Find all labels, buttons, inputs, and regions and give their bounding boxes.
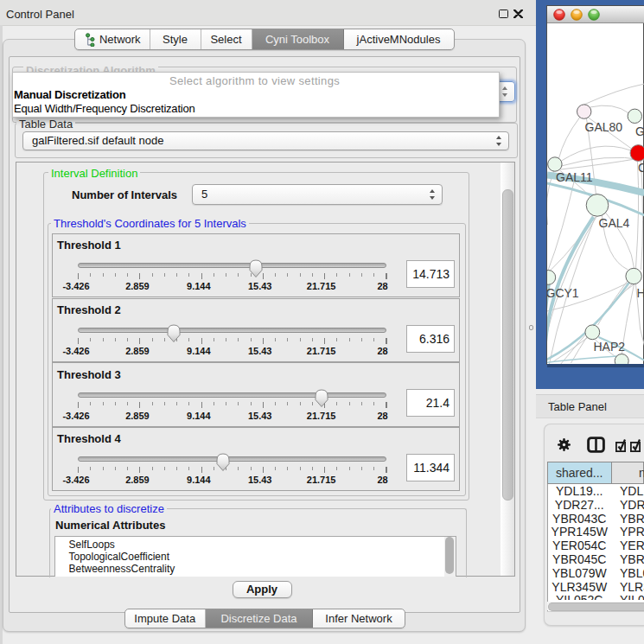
svg-text:HAP2: HAP2 bbox=[593, 340, 625, 354]
svg-text:GAL11: GAL11 bbox=[556, 170, 593, 184]
svg-text:H: H bbox=[636, 286, 644, 300]
svg-text:GAL4: GAL4 bbox=[598, 216, 629, 230]
svg-text:GCY1: GCY1 bbox=[547, 286, 579, 300]
svg-text:C: C bbox=[638, 161, 644, 175]
svg-text:GAL80: GAL80 bbox=[584, 120, 622, 134]
svg-text:GA: GA bbox=[635, 124, 644, 138]
